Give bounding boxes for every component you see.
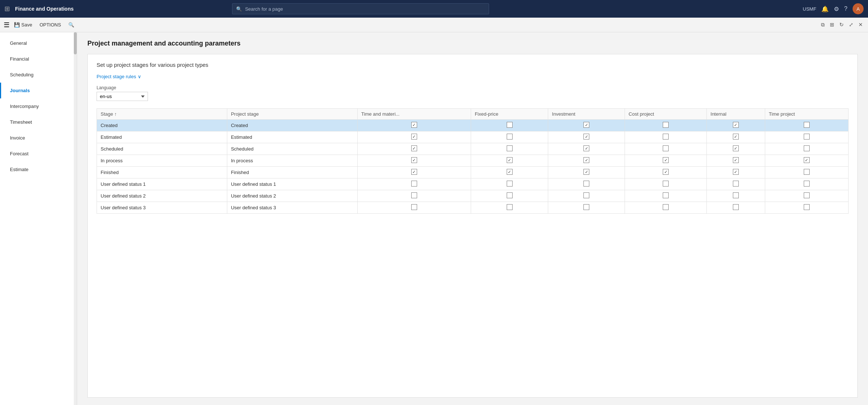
cell-internal-3[interactable] — [707, 155, 765, 167]
options-button[interactable]: OPTIONS — [37, 21, 64, 29]
cell-time_material-1[interactable] — [357, 131, 471, 143]
cell-cost_project-2[interactable] — [625, 143, 707, 155]
checkbox-internal-5[interactable] — [733, 181, 739, 187]
checkbox-investment-1[interactable] — [583, 134, 589, 140]
cell-cost_project-3[interactable] — [625, 155, 707, 167]
cell-investment-4[interactable] — [548, 167, 625, 178]
checkbox-investment-5[interactable] — [583, 181, 589, 187]
checkbox-cost_project-0[interactable] — [663, 122, 669, 128]
cell-fixed_price-0[interactable] — [471, 120, 548, 131]
checkbox-investment-4[interactable] — [583, 169, 589, 175]
checkbox-time_material-3[interactable] — [411, 157, 417, 163]
search-toolbar-icon[interactable]: 🔍 — [65, 21, 77, 29]
table-row[interactable]: FinishedFinished — [97, 167, 849, 178]
checkbox-internal-4[interactable] — [733, 169, 739, 175]
cell-cost_project-5[interactable] — [625, 178, 707, 190]
cell-cost_project-4[interactable] — [625, 167, 707, 178]
checkbox-fixed_price-1[interactable] — [507, 134, 513, 140]
cell-time_project-7[interactable] — [765, 202, 848, 214]
checkbox-internal-0[interactable] — [733, 122, 739, 128]
nav-item-invoice[interactable]: Invoice — [0, 130, 74, 146]
checkbox-time_project-7[interactable] — [804, 204, 810, 210]
cell-fixed_price-6[interactable] — [471, 190, 548, 202]
table-row[interactable]: CreatedCreated — [97, 120, 849, 131]
cell-internal-7[interactable] — [707, 202, 765, 214]
cell-investment-2[interactable] — [548, 143, 625, 155]
checkbox-time_material-0[interactable] — [411, 122, 417, 128]
cell-internal-0[interactable] — [707, 120, 765, 131]
cell-time_material-6[interactable] — [357, 190, 471, 202]
nav-item-financial[interactable]: Financial — [0, 51, 74, 67]
cell-time_project-3[interactable] — [765, 155, 848, 167]
checkbox-fixed_price-5[interactable] — [507, 181, 513, 187]
cell-cost_project-0[interactable] — [625, 120, 707, 131]
nav-item-journals[interactable]: Journals — [0, 83, 74, 98]
refresh-icon[interactable]: ↻ — [838, 20, 845, 29]
cell-time_material-3[interactable] — [357, 155, 471, 167]
checkbox-time_project-6[interactable] — [804, 192, 810, 198]
nav-item-timesheet[interactable]: Timesheet — [0, 114, 74, 130]
checkbox-cost_project-1[interactable] — [663, 134, 669, 140]
avatar[interactable]: A — [853, 3, 864, 14]
project-stage-rules-link[interactable]: Project stage rules ∨ — [97, 74, 141, 79]
hamburger-icon[interactable]: ☰ — [4, 21, 10, 29]
checkbox-fixed_price-6[interactable] — [507, 192, 513, 198]
checkbox-investment-6[interactable] — [583, 192, 589, 198]
checkbox-cost_project-4[interactable] — [663, 169, 669, 175]
nav-item-scheduling[interactable]: Scheduling — [0, 67, 74, 83]
checkbox-time_project-2[interactable] — [804, 145, 810, 151]
checkbox-internal-3[interactable] — [733, 157, 739, 163]
checkbox-investment-7[interactable] — [583, 204, 589, 210]
checkbox-time_project-4[interactable] — [804, 169, 810, 175]
cell-internal-4[interactable] — [707, 167, 765, 178]
cell-cost_project-7[interactable] — [625, 202, 707, 214]
checkbox-time_project-3[interactable] — [804, 157, 810, 163]
office-icon[interactable]: ⊞ — [828, 20, 836, 29]
scrollbar-thumb[interactable] — [74, 32, 77, 54]
notification-icon[interactable]: 🔔 — [821, 6, 829, 12]
cell-time_project-4[interactable] — [765, 167, 848, 178]
checkbox-cost_project-3[interactable] — [663, 157, 669, 163]
checkbox-fixed_price-0[interactable] — [507, 122, 513, 128]
popout-icon[interactable]: ⤢ — [847, 20, 855, 29]
cell-fixed_price-7[interactable] — [471, 202, 548, 214]
table-row[interactable]: In processIn process — [97, 155, 849, 167]
cell-time_project-6[interactable] — [765, 190, 848, 202]
cell-investment-1[interactable] — [548, 131, 625, 143]
checkbox-internal-2[interactable] — [733, 145, 739, 151]
cell-time_project-2[interactable] — [765, 143, 848, 155]
cell-cost_project-1[interactable] — [625, 131, 707, 143]
cell-investment-5[interactable] — [548, 178, 625, 190]
checkbox-time_material-7[interactable] — [411, 204, 417, 210]
cell-fixed_price-5[interactable] — [471, 178, 548, 190]
cell-time_material-4[interactable] — [357, 167, 471, 178]
close-icon[interactable]: ✕ — [857, 20, 864, 29]
checkbox-cost_project-5[interactable] — [663, 181, 669, 187]
checkbox-fixed_price-4[interactable] — [507, 169, 513, 175]
cell-time_project-0[interactable] — [765, 120, 848, 131]
nav-item-forecast[interactable]: Forecast — [0, 146, 74, 162]
settings-icon[interactable]: ⚙ — [834, 6, 839, 12]
checkbox-fixed_price-2[interactable] — [507, 145, 513, 151]
nav-item-general[interactable]: General — [0, 35, 74, 51]
cell-time_material-7[interactable] — [357, 202, 471, 214]
checkbox-investment-2[interactable] — [583, 145, 589, 151]
cell-fixed_price-3[interactable] — [471, 155, 548, 167]
scrollbar-track[interactable] — [74, 32, 77, 405]
portal-icon[interactable]: ⧉ — [820, 20, 826, 29]
cell-investment-3[interactable] — [548, 155, 625, 167]
checkbox-fixed_price-7[interactable] — [507, 204, 513, 210]
cell-investment-7[interactable] — [548, 202, 625, 214]
table-row[interactable]: User defined status 2User defined status… — [97, 190, 849, 202]
cell-time_material-2[interactable] — [357, 143, 471, 155]
checkbox-cost_project-7[interactable] — [663, 204, 669, 210]
search-bar[interactable]: 🔍 Search for a page — [232, 3, 489, 14]
save-button[interactable]: 💾 Save — [11, 21, 35, 29]
cell-investment-6[interactable] — [548, 190, 625, 202]
table-row[interactable]: User defined status 1User defined status… — [97, 178, 849, 190]
table-row[interactable]: User defined status 3User defined status… — [97, 202, 849, 214]
checkbox-time_material-1[interactable] — [411, 134, 417, 140]
cell-time_material-5[interactable] — [357, 178, 471, 190]
checkbox-cost_project-6[interactable] — [663, 192, 669, 198]
nav-item-estimate[interactable]: Estimate — [0, 162, 74, 177]
